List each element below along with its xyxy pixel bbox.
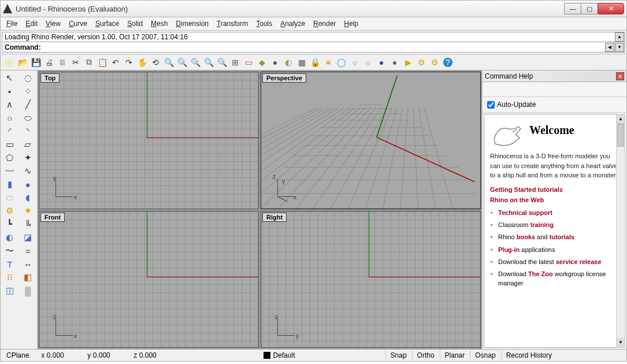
help-list-item[interactable]: Plug-in applications <box>490 244 619 256</box>
set-cplane-icon[interactable]: ▭ <box>242 56 255 69</box>
dim-icon[interactable]: ↔ <box>21 258 35 270</box>
set-view-icon[interactable]: ◆ <box>255 56 268 69</box>
box-solid-icon[interactable]: ▮ <box>3 178 17 191</box>
rotate-icon[interactable]: ⟲ <box>149 56 162 69</box>
menu-tools[interactable]: Tools <box>256 20 272 28</box>
menu-surface[interactable]: Surface <box>95 20 119 28</box>
point-icon[interactable]: • <box>3 85 17 98</box>
redo-icon[interactable]: ↷ <box>123 56 135 69</box>
history-scroll-up[interactable]: ▲ <box>615 32 624 42</box>
status-toggle-ortho[interactable]: Ortho <box>412 350 440 361</box>
status-toggle-record-history[interactable]: Record History <box>501 350 557 361</box>
menu-curve[interactable]: Curve <box>69 20 87 28</box>
mirror-icon[interactable]: ◧ <box>21 271 35 284</box>
pointer-icon[interactable]: ↖ <box>3 72 17 84</box>
plane-icon[interactable]: ▱ <box>21 138 35 151</box>
status-toggle-osnap[interactable]: Osnap <box>470 350 500 361</box>
star-icon[interactable]: ✦ <box>21 151 35 164</box>
getting-started-link[interactable]: Getting Started tutorials <box>490 186 619 193</box>
menu-dimension[interactable]: Dimension <box>176 20 209 28</box>
shade-icon[interactable]: ● <box>269 56 281 69</box>
menu-file[interactable]: File <box>6 20 17 28</box>
ellipse-icon[interactable]: ⬭ <box>21 112 35 124</box>
zoom-extents-icon[interactable]: 🔍 <box>189 56 202 69</box>
close-button[interactable]: ✕ <box>598 3 624 14</box>
sphere-icon[interactable]: ● <box>388 56 401 69</box>
array-icon[interactable]: ⁝⁝ <box>3 271 17 284</box>
scroll-down-icon[interactable]: ▼ <box>617 338 625 347</box>
line-icon[interactable]: ╱ <box>21 98 35 111</box>
help-list-item[interactable]: Classroom training <box>490 219 619 231</box>
color-wheel-icon[interactable]: ◯ <box>335 56 348 69</box>
menu-analyze[interactable]: Analyze <box>280 20 305 28</box>
panel-close-button[interactable]: ✕ <box>616 72 624 80</box>
fillet-icon[interactable]: ┗ <box>3 218 17 231</box>
scroll-thumb[interactable] <box>617 124 624 147</box>
help-list-item[interactable]: Rhino books and tutorials <box>490 231 619 243</box>
save-icon[interactable]: 💾 <box>29 56 42 69</box>
help-icon[interactable]: ? <box>442 56 454 69</box>
menu-view[interactable]: View <box>46 20 61 28</box>
arc-icon[interactable]: ◜ <box>3 125 17 138</box>
material-icon[interactable]: ○ <box>362 56 374 69</box>
analyze-icon[interactable]: ▒ <box>21 284 35 297</box>
zoom-dynamic-icon[interactable]: 🔍 <box>162 56 175 69</box>
curve-2-icon[interactable]: 〜 <box>3 244 17 257</box>
revolve-icon[interactable]: ◖ <box>21 191 35 204</box>
gear-icon[interactable]: ⚙ <box>3 205 17 217</box>
menu-transform[interactable]: Transform <box>217 20 248 28</box>
options-icon[interactable]: ▶ <box>402 56 414 69</box>
gear1-icon[interactable]: ⚙ <box>415 56 428 69</box>
scroll-up-icon[interactable]: ▲ <box>617 114 625 124</box>
history-scroll-left[interactable]: ◀ <box>605 43 614 52</box>
extrude-icon[interactable]: ◪ <box>21 231 35 244</box>
block-icon[interactable]: ◫ <box>3 284 17 297</box>
command-input[interactable] <box>43 43 622 51</box>
rhino-web-link[interactable]: Rhino on the Web <box>490 196 619 203</box>
offset-icon[interactable]: ≈ <box>21 244 35 257</box>
arc3pt-icon[interactable]: ◝ <box>21 125 35 138</box>
status-toggle-planar[interactable]: Planar <box>440 350 470 361</box>
status-cplane[interactable]: CPlane <box>1 350 35 361</box>
zoom-window-icon[interactable]: 🔍 <box>176 56 188 69</box>
join-icon[interactable]: ╚ <box>21 218 35 231</box>
viewport-front[interactable]: Front xz <box>39 211 259 348</box>
points-multi-icon[interactable]: ⁘ <box>21 85 35 98</box>
menu-help[interactable]: Help <box>344 20 358 28</box>
viewport-label[interactable]: Top <box>40 73 60 83</box>
viewport-perspective[interactable]: Perspective x y z <box>261 72 481 209</box>
doc-properties-icon[interactable]: 🗎 <box>56 56 69 69</box>
viewport-label[interactable]: Perspective <box>262 73 306 83</box>
history-scroll-down[interactable]: ▼ <box>615 43 624 52</box>
layer-icon[interactable]: ≡ <box>322 56 335 69</box>
help-scrollbar[interactable]: ▲ ▼ <box>616 114 625 348</box>
explode-icon[interactable]: ✷ <box>21 205 35 217</box>
copy-icon[interactable]: ⧉ <box>83 56 95 69</box>
interp-curve-icon[interactable]: ∿ <box>21 165 35 177</box>
undo-icon[interactable]: ↶ <box>109 56 122 69</box>
zoom-previous-icon[interactable]: 🔍 <box>216 56 228 69</box>
menu-solid[interactable]: Solid <box>127 20 143 28</box>
new-icon[interactable]: ☐ <box>3 56 16 69</box>
menu-mesh[interactable]: Mesh <box>151 20 168 28</box>
circle-icon[interactable]: ○ <box>3 112 17 124</box>
paste-icon[interactable]: 📋 <box>96 56 109 69</box>
sphere-solid-icon[interactable]: ● <box>21 178 35 191</box>
text-icon[interactable]: T <box>3 258 17 270</box>
lasso-icon[interactable]: ◌ <box>21 72 35 84</box>
menu-edit[interactable]: Edit <box>25 20 38 28</box>
print-icon[interactable]: 🖨 <box>43 56 55 69</box>
viewport-right[interactable]: Right yz <box>261 211 481 348</box>
command-line[interactable]: Command: ◀ ▼ <box>2 42 625 53</box>
viewport-top[interactable]: Top xy <box>39 72 259 209</box>
four-viewports-icon[interactable]: ⊞ <box>229 56 242 69</box>
maximize-button[interactable]: ▢ <box>581 3 598 14</box>
gear2-icon[interactable]: ⚙ <box>428 56 441 69</box>
boolean-icon[interactable]: ◐ <box>3 231 17 244</box>
auto-update-checkbox[interactable] <box>487 101 495 109</box>
properties-icon[interactable]: ○ <box>348 56 361 69</box>
cut-icon[interactable]: ✂ <box>69 56 82 69</box>
cylinder-icon[interactable]: ⬭ <box>3 191 17 204</box>
rectangle-icon[interactable]: ▭ <box>3 138 17 151</box>
status-layer[interactable]: Default <box>258 350 301 361</box>
